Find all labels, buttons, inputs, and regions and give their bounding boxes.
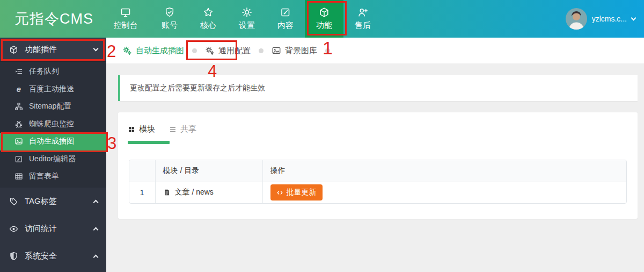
- nav-item-label: 售后: [355, 20, 371, 31]
- avatar: [566, 8, 587, 30]
- nav-item-label: 设置: [239, 20, 255, 31]
- topbar: 元指令CMS 控制台 账号 核心 设置 内容 功能 售后: [0, 0, 644, 38]
- bug-icon: [14, 120, 24, 128]
- app-logo: 元指令CMS: [0, 0, 106, 38]
- config-card: 模块 共享 模块 / 目录 操作 1: [118, 112, 638, 219]
- shield-check-icon: [164, 7, 175, 18]
- image-icon: [14, 137, 24, 146]
- list-icon: [169, 126, 177, 133]
- sidebar-item-spider-monitor[interactable]: 蜘蛛爬虫监控: [0, 116, 106, 133]
- star-icon: [203, 7, 214, 18]
- desktop-icon: [120, 7, 131, 18]
- sidebar-item-tags[interactable]: TAG标签: [0, 188, 106, 215]
- grid-icon: [128, 126, 135, 133]
- dot-separator: [259, 48, 264, 53]
- nav-item-label: 控制台: [114, 20, 138, 31]
- row-module-cell: 文章 / news: [155, 182, 262, 203]
- image-icon: [272, 46, 281, 55]
- toolbar-item-general-config[interactable]: 通用配置: [205, 46, 251, 56]
- toolbar-item-label: 通用配置: [218, 46, 251, 56]
- username: yzlcms.c...: [592, 15, 627, 23]
- edit-icon: [14, 155, 24, 163]
- ie-browser-icon: e: [14, 85, 24, 93]
- nav-item-label: 核心: [200, 20, 216, 31]
- cogs-icon: [122, 46, 132, 55]
- sidebar-item-label: 功能插件: [25, 45, 87, 55]
- chevron-down-icon: [631, 15, 636, 20]
- sidebar-item-label: 系统安全: [25, 251, 87, 261]
- nav-item-settings[interactable]: 设置: [228, 0, 266, 38]
- sidebar-item-system-security[interactable]: 系统安全: [0, 242, 106, 270]
- chevron-up-icon: [93, 254, 99, 260]
- sidebar-item-label: Sitemap配置: [29, 102, 71, 111]
- sidebar-item-plugins[interactable]: 功能插件: [0, 38, 106, 62]
- chevron-up-icon: [93, 199, 99, 205]
- nav-item-label: 内容: [277, 20, 294, 31]
- alert-text: 更改配置之后需要更新缓存之后才能生效: [130, 83, 265, 93]
- toolbar-item-auto-image[interactable]: 自动生成插图: [122, 46, 184, 56]
- sidebar-item-baidu-push[interactable]: e 百度主动推送: [0, 81, 106, 98]
- nav-item-account[interactable]: 账号: [150, 0, 189, 38]
- sidebar-item-label: TAG标签: [25, 196, 87, 206]
- batch-update-button[interactable]: 批量更新: [270, 184, 323, 201]
- eye-icon: [9, 224, 18, 233]
- alert-message: 更改配置之后需要更新缓存之后才能生效: [118, 75, 638, 101]
- sidebar-item-ueditor[interactable]: Ueditor编辑器: [0, 151, 106, 168]
- sidebar-item-label: 留言表单: [29, 171, 59, 181]
- sidebar: 功能插件 任务队列 e 百度主动推送 Sitemap配置 蜘蛛爬虫监控 自动生成…: [0, 38, 106, 272]
- sidebar-item-visit-stats[interactable]: 访问统计: [0, 215, 106, 242]
- sidebar-item-label: 访问统计: [25, 224, 87, 234]
- nav-item-console[interactable]: 控制台: [106, 0, 145, 38]
- sidebar-item-task-queue[interactable]: 任务队列: [0, 63, 106, 81]
- sidebar-item-label: 任务队列: [29, 67, 59, 76]
- sidebar-item-auto-image[interactable]: 自动生成插图: [0, 133, 106, 151]
- tab-share[interactable]: 共享: [169, 124, 196, 134]
- chevron-up-icon: [93, 227, 99, 232]
- user-menu[interactable]: yzlcms.c...: [566, 0, 644, 38]
- cube-icon: [9, 45, 18, 54]
- row-module-label: 文章 / news: [175, 188, 214, 197]
- module-table: 模块 / 目录 操作 1 文章 / news: [129, 160, 627, 204]
- sidebar-item-label: Ueditor编辑器: [29, 154, 76, 164]
- file-icon: [163, 189, 171, 196]
- sidebar-item-label: 自动生成插图: [29, 137, 74, 146]
- toolbar-item-label: 自动生成插图: [136, 46, 184, 56]
- topbar-nav: 控制台 账号 核心 设置 内容 功能 售后: [106, 0, 382, 38]
- tab-bar: 模块 共享: [128, 124, 638, 134]
- toolbar-item-label: 背景图库: [285, 46, 317, 56]
- chevron-down-icon: [93, 46, 99, 51]
- nav-item-label: 账号: [162, 20, 178, 31]
- sidebar-item-sitemap[interactable]: Sitemap配置: [0, 98, 106, 116]
- nav-item-content[interactable]: 内容: [266, 0, 305, 38]
- toolbar-item-bg-gallery[interactable]: 背景图库: [272, 46, 317, 56]
- table-header-action: 操作: [262, 160, 626, 182]
- nav-item-core[interactable]: 核心: [189, 0, 228, 38]
- table-header-index: [129, 160, 155, 182]
- cube-icon: [319, 7, 330, 18]
- sidebar-item-label: 蜘蛛爬虫监控: [29, 119, 74, 129]
- cogs-icon: [205, 46, 215, 55]
- table-header-module: 模块 / 目录: [155, 160, 262, 182]
- dot-separator: [192, 48, 197, 53]
- plugin-submenu: 任务队列 e 百度主动推送 Sitemap配置 蜘蛛爬虫监控 自动生成插图 Ue…: [0, 62, 106, 188]
- shield-icon: [9, 252, 18, 261]
- tasks-icon: [14, 67, 24, 76]
- nav-item-aftersales[interactable]: 售后: [343, 0, 382, 38]
- dot-separator: [325, 48, 330, 53]
- tag-icon: [9, 197, 18, 206]
- row-index: 1: [129, 182, 155, 203]
- secondary-toolbar: 自动生成插图 通用配置 背景图库: [106, 38, 644, 63]
- nav-item-features[interactable]: 功能: [305, 0, 343, 38]
- sidebar-item-message-form[interactable]: 留言表单: [0, 168, 106, 185]
- gear-icon: [241, 7, 252, 18]
- table-header-row: 模块 / 目录 操作: [129, 160, 626, 182]
- tab-label: 共享: [180, 124, 196, 134]
- row-action-cell: 批量更新: [262, 182, 626, 203]
- edit-square-icon: [280, 7, 291, 18]
- active-tab-indicator: [128, 141, 170, 144]
- sidebar-item-label: 百度主动推送: [29, 84, 74, 94]
- tab-module[interactable]: 模块: [128, 124, 155, 134]
- user-plus-icon: [357, 7, 368, 18]
- button-label: 批量更新: [287, 188, 317, 197]
- content-area: 更改配置之后需要更新缓存之后才能生效 模块 共享 模块 / 目录 操作: [106, 63, 644, 272]
